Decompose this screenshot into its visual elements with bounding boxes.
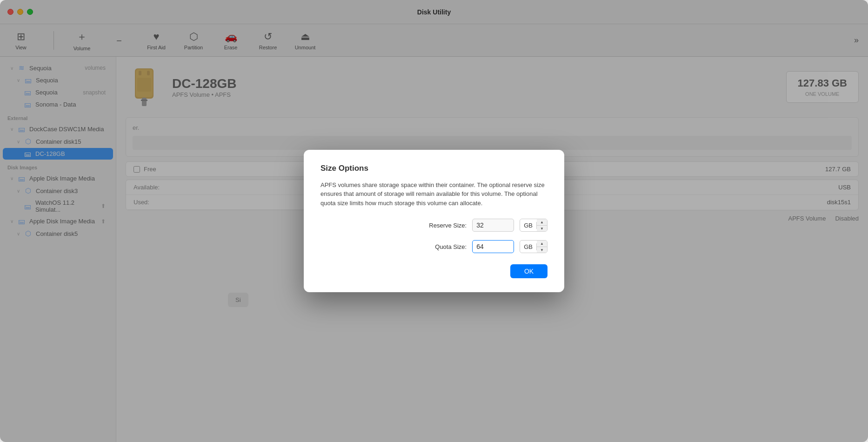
quota-size-input[interactable] bbox=[472, 240, 514, 253]
quota-stepper-up[interactable]: ▲ bbox=[537, 241, 547, 247]
modal-description: APFS volumes share storage space within … bbox=[320, 181, 548, 208]
reserve-stepper-up[interactable]: ▲ bbox=[537, 219, 547, 226]
reserve-unit-label: GB bbox=[520, 222, 537, 229]
ok-button[interactable]: OK bbox=[510, 264, 548, 278]
reserve-unit-stepper[interactable]: GB ▲ ▼ bbox=[520, 219, 548, 232]
size-options-modal: Size Options APFS volumes share storage … bbox=[304, 150, 564, 293]
quota-stepper-buttons: ▲ ▼ bbox=[537, 241, 547, 253]
app-window: Disk Utility ⊞ View ＋ Volume － ♥ First A… bbox=[0, 0, 868, 442]
quota-unit-label: GB bbox=[520, 243, 537, 250]
reserve-size-label: Reserve Size: bbox=[429, 222, 467, 229]
modal-overlay: Size Options APFS volumes share storage … bbox=[0, 0, 868, 442]
reserve-size-row: Reserve Size: GB ▲ ▼ bbox=[320, 219, 548, 232]
modal-title: Size Options bbox=[320, 164, 548, 173]
reserve-stepper-down[interactable]: ▼ bbox=[537, 226, 547, 232]
quota-size-label: Quota Size: bbox=[435, 243, 467, 250]
reserve-stepper-buttons: ▲ ▼ bbox=[537, 219, 547, 231]
quota-unit-stepper[interactable]: GB ▲ ▼ bbox=[520, 240, 548, 253]
modal-buttons: OK bbox=[320, 264, 548, 278]
quota-stepper-down[interactable]: ▼ bbox=[537, 247, 547, 253]
quota-size-row: Quota Size: GB ▲ ▼ bbox=[320, 240, 548, 253]
reserve-size-input[interactable] bbox=[472, 219, 514, 232]
